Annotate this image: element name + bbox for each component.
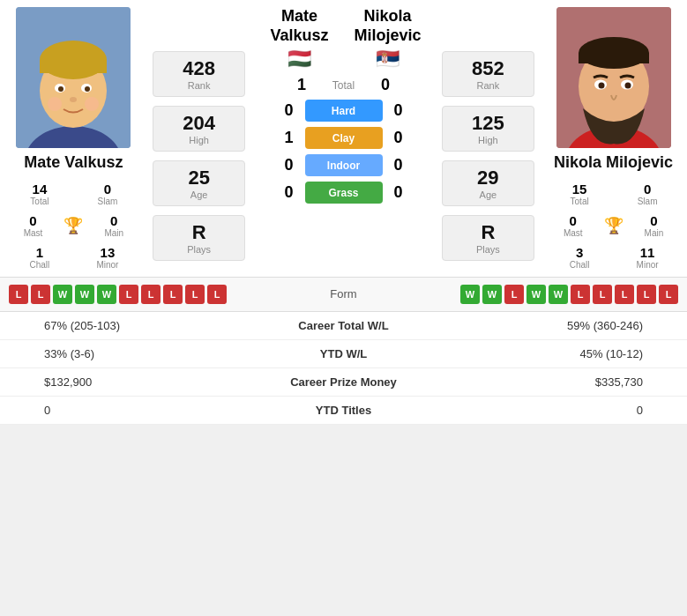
left-plays-value: R bbox=[161, 221, 237, 244]
svg-rect-18 bbox=[579, 53, 649, 63]
right-slam-lbl: Slam bbox=[638, 197, 658, 206]
right-stat-boxes: 852 Rank 125 High 29 Age R Plays bbox=[437, 7, 541, 270]
left-form-badge: L bbox=[207, 285, 227, 304]
left-form-badge: L bbox=[141, 285, 161, 304]
left-rank-box: 428 Rank bbox=[153, 51, 245, 97]
total-score-row: 1 Total 0 bbox=[291, 76, 396, 94]
left-form-badge: W bbox=[97, 285, 116, 304]
grass-button[interactable]: Grass bbox=[305, 182, 383, 204]
left-total-val: 14 bbox=[33, 182, 48, 197]
svg-point-12 bbox=[85, 97, 99, 111]
left-age-box: 25 Age bbox=[153, 160, 245, 206]
right-photo-col: Nikola Milojevic 15 Total 0 Slam 0 Mast bbox=[540, 7, 687, 270]
right-minor-stat: 11 Minor bbox=[620, 245, 676, 270]
left-mast-lbl: Mast bbox=[24, 228, 43, 238]
clay-right-score: 0 bbox=[388, 129, 409, 147]
right-form-badge: L bbox=[571, 285, 590, 304]
surface-group: 0 Hard 0 1 Clay 0 0 Indoor 0 bbox=[279, 100, 409, 204]
left-player-stats: 14 Total 0 Slam 0 Mast 🏆 0 Main bbox=[11, 182, 135, 270]
right-name-header-text: Nikola Milojevic bbox=[344, 7, 432, 45]
stats-row: 0YTD Titles0 bbox=[0, 397, 687, 425]
left-age-label: Age bbox=[161, 189, 237, 200]
left-form-badge: L bbox=[185, 285, 205, 304]
left-main-lbl: Main bbox=[104, 228, 123, 238]
right-total-stat: 15 Total bbox=[552, 182, 608, 206]
clay-button[interactable]: Clay bbox=[305, 127, 383, 149]
left-total-score: 1 bbox=[291, 76, 312, 94]
right-high-value: 125 bbox=[450, 112, 526, 135]
right-minor-val: 11 bbox=[640, 245, 655, 260]
left-chall-stat: 1 Chall bbox=[11, 245, 67, 270]
stats-row: 67% (205-103)Career Total W/L59% (360-24… bbox=[0, 312, 687, 340]
left-form-badges: LLWWWLLLLL bbox=[9, 285, 300, 304]
left-total-stat: 14 Total bbox=[11, 182, 67, 206]
indoor-button[interactable]: Indoor bbox=[305, 154, 383, 176]
right-mast-stat: 0 Mast bbox=[564, 213, 583, 238]
hard-right-score: 0 bbox=[388, 101, 409, 120]
left-flag: 🇭🇺 bbox=[287, 48, 311, 71]
right-total-val: 15 bbox=[572, 182, 587, 197]
hard-left-score: 0 bbox=[279, 101, 300, 120]
left-form-badge: W bbox=[75, 285, 94, 304]
svg-point-9 bbox=[85, 86, 90, 92]
left-name-header: Mate Valkusz 🇭🇺 bbox=[256, 7, 344, 71]
left-player-photo bbox=[16, 7, 131, 148]
left-age-value: 25 bbox=[161, 167, 237, 189]
left-photo-col: Mate Valkusz 14 Total 0 Slam 0 Mast bbox=[0, 7, 147, 270]
stats-center-label: YTD Titles bbox=[265, 404, 423, 417]
right-main-lbl: Main bbox=[645, 228, 664, 238]
right-form-badge: L bbox=[504, 285, 524, 304]
indoor-surface-row: 0 Indoor 0 bbox=[279, 154, 409, 176]
grass-surface-row: 0 Grass 0 bbox=[279, 182, 409, 204]
stats-center-label: Career Total W/L bbox=[265, 319, 423, 332]
indoor-right-score: 0 bbox=[388, 156, 409, 174]
right-flag: 🇷🇸 bbox=[376, 48, 400, 71]
right-plays-label: Plays bbox=[450, 244, 526, 255]
left-plays-label: Plays bbox=[161, 244, 237, 255]
left-form-badge: W bbox=[53, 285, 72, 304]
right-main-stat: 0 Main bbox=[645, 213, 664, 238]
right-form-badge: L bbox=[593, 285, 612, 304]
right-form-badge: L bbox=[659, 285, 678, 304]
left-stat-boxes: 428 Rank 204 High 25 Age R Plays bbox=[147, 7, 251, 270]
indoor-left-score: 0 bbox=[279, 156, 300, 174]
right-trophy-icon: 🏆 bbox=[604, 216, 624, 235]
left-form-badge: L bbox=[163, 285, 183, 304]
stats-left-value: 33% (3-6) bbox=[9, 347, 265, 360]
left-minor-lbl: Minor bbox=[96, 260, 118, 270]
svg-rect-5 bbox=[40, 60, 107, 73]
left-high-value: 204 bbox=[161, 112, 237, 135]
hard-button[interactable]: Hard bbox=[305, 100, 383, 122]
stats-left-value: 0 bbox=[9, 404, 265, 417]
left-minor-val: 13 bbox=[101, 245, 116, 260]
left-name-header-text: Mate Valkusz bbox=[256, 7, 344, 45]
svg-point-10 bbox=[70, 97, 77, 102]
right-player-photo bbox=[556, 7, 671, 148]
right-player-name: Nikola Milojevic bbox=[554, 153, 673, 173]
stats-center-label: Career Prize Money bbox=[265, 375, 423, 389]
left-form-badge: L bbox=[119, 285, 138, 304]
right-form-badge: W bbox=[549, 285, 568, 304]
svg-point-8 bbox=[58, 86, 63, 92]
total-score-label: Total bbox=[319, 79, 368, 92]
right-rank-box: 852 Rank bbox=[442, 51, 534, 97]
left-trophy-icon: 🏆 bbox=[63, 216, 83, 235]
left-high-label: High bbox=[161, 135, 237, 145]
right-form-badge: L bbox=[637, 285, 656, 304]
right-plays-value: R bbox=[450, 221, 526, 244]
hard-surface-row: 0 Hard 0 bbox=[279, 100, 409, 122]
grass-left-score: 0 bbox=[279, 183, 300, 202]
stats-right-value: 0 bbox=[423, 404, 679, 417]
right-form-badge: W bbox=[460, 285, 480, 304]
right-total-score: 0 bbox=[375, 76, 396, 94]
right-high-box: 125 High bbox=[442, 106, 534, 152]
stats-left-value: 67% (205-103) bbox=[9, 319, 265, 332]
left-mast-stat: 0 Mast bbox=[24, 213, 43, 238]
right-chall-lbl: Chall bbox=[570, 260, 590, 270]
left-slam-lbl: Slam bbox=[97, 197, 117, 206]
left-mast-val: 0 bbox=[29, 213, 36, 228]
stats-right-value: $335,730 bbox=[423, 375, 679, 389]
left-player-name: Mate Valkusz bbox=[24, 153, 123, 173]
right-form-badge: W bbox=[482, 285, 502, 304]
left-trophy-row: 0 Mast 🏆 0 Main bbox=[11, 213, 135, 238]
